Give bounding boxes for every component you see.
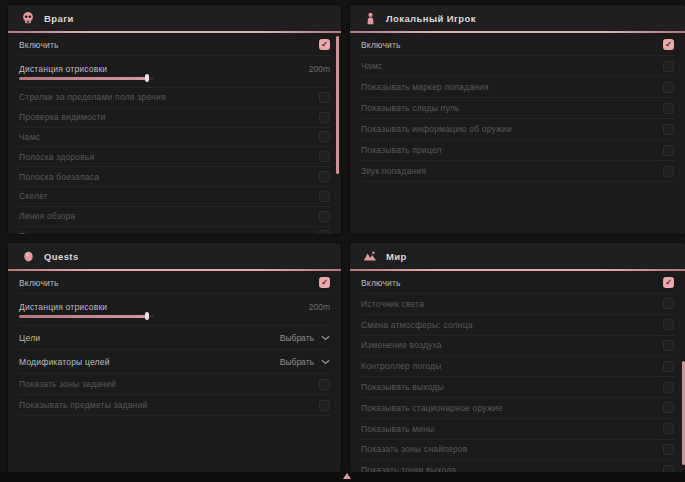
toggle-row: Полоска боезапаса: [19, 167, 330, 187]
toggle-label: Звук попадания: [361, 166, 426, 176]
scroll-up-arrow-icon[interactable]: [343, 473, 351, 479]
toggle-label: Включить: [19, 278, 59, 288]
checkbox[interactable]: [663, 82, 674, 93]
checkbox[interactable]: [319, 92, 330, 103]
slider-handle[interactable]: [145, 312, 149, 320]
toggle-row: Источник света: [361, 294, 674, 315]
toggle-label: Показывать прицел: [361, 145, 442, 155]
checkbox[interactable]: [319, 230, 330, 234]
toggle-label: Полоска боезапаса: [19, 172, 99, 182]
toggle-label: Показывать мины: [361, 424, 434, 434]
checkbox[interactable]: [319, 211, 330, 222]
checkbox[interactable]: ✓: [319, 39, 330, 50]
toggle-label: Скелет: [19, 191, 48, 201]
checkbox[interactable]: [319, 400, 330, 411]
panel-title: Quests: [44, 251, 79, 262]
select-value: Выбрать: [280, 333, 314, 343]
toggle-label: Проверка видимости: [19, 112, 105, 122]
checkbox[interactable]: [319, 131, 330, 142]
checkbox[interactable]: [663, 103, 674, 114]
toggle-row: Скелет: [19, 187, 330, 207]
checkbox[interactable]: [663, 444, 674, 455]
quests-icon: [21, 249, 35, 263]
checkbox[interactable]: [663, 382, 674, 393]
scrollbar[interactable]: [336, 36, 339, 174]
toggle-label: Показывать стационарное оружие: [361, 403, 503, 413]
toggle-row: Смена атмосферы: солнца: [361, 315, 674, 336]
checkbox[interactable]: ✓: [663, 277, 674, 288]
toggle-label: Смена атмосферы: солнца: [361, 320, 473, 330]
checkbox[interactable]: [663, 166, 674, 177]
toggle-row: Стрелки за пределами поля зрения: [19, 88, 330, 108]
toggle-row: Проверка видимости: [19, 108, 330, 128]
checkbox[interactable]: [663, 361, 674, 372]
checkbox[interactable]: [319, 112, 330, 123]
toggle-label: Контроллер погоды: [361, 361, 442, 371]
toggle-row: Показать зоны заданий: [19, 374, 330, 395]
toggle-row: Включить✓: [361, 272, 674, 294]
distance-slider[interactable]: [19, 77, 154, 80]
checkbox[interactable]: ✓: [663, 39, 674, 50]
toggle-row: Полоска здоровья: [19, 147, 330, 167]
checkbox[interactable]: ✓: [319, 277, 330, 288]
panel-enemies-header[interactable]: Враги: [8, 5, 341, 31]
toggle-row: Изменение воздуха: [361, 336, 674, 357]
toggle-row: Показывать выходы: [361, 377, 674, 398]
select-row: ЦелиВыбрать: [19, 326, 330, 350]
toggle-row: Показывать следы пуль: [361, 98, 674, 119]
panel-enemies: Враги Включить✓Дистанция отрисовки200mСт…: [8, 5, 341, 234]
toggle-label: Показать точки выхода: [361, 465, 456, 472]
panel-quests-header[interactable]: Quests: [8, 243, 341, 269]
checkbox[interactable]: [319, 379, 330, 390]
checkbox[interactable]: [319, 191, 330, 202]
checkbox[interactable]: [663, 340, 674, 351]
checkbox[interactable]: [663, 319, 674, 330]
distance-slider[interactable]: [19, 315, 154, 318]
toggle-row: Контроллер погоды: [361, 356, 674, 377]
toggle-row: Включить✓: [19, 34, 330, 56]
toggle-row: Показывать прицел: [361, 140, 674, 161]
targets-select[interactable]: Выбрать: [280, 333, 330, 343]
target-modifiers-select[interactable]: Выбрать: [280, 357, 330, 367]
checkbox[interactable]: [319, 151, 330, 162]
toggle-row: Звук попадания: [361, 161, 674, 182]
panel-title: Мир: [386, 251, 407, 262]
slider-fill: [19, 315, 147, 318]
checkbox[interactable]: [663, 124, 674, 135]
checkbox[interactable]: [663, 465, 674, 472]
panel-title: Враги: [44, 13, 74, 24]
toggle-row: Чамс: [19, 128, 330, 148]
panel-quests: Quests Включить✓Дистанция отрисовки200mЦ…: [8, 243, 341, 472]
toggle-row: Показывать мины: [361, 419, 674, 440]
cheat-menu-grid: Враги Включить✓Дистанция отрисовки200mСт…: [8, 5, 685, 472]
panel-local-player-header[interactable]: Локальный Игрок: [350, 5, 685, 31]
toggle-label: Стрелки за пределами поля зрения: [19, 92, 166, 102]
checkbox[interactable]: [663, 61, 674, 72]
slider-label: Дистанция отрисовки: [19, 64, 107, 74]
checkbox[interactable]: [663, 145, 674, 156]
select-row: Модификаторы целейВыбрать: [19, 350, 330, 374]
toggle-row: Показывать информацию об оружии: [361, 119, 674, 140]
toggle-label: Показывать следы пуль: [361, 103, 459, 113]
checkbox[interactable]: [663, 402, 674, 413]
toggle-row: Показать зоны снайперов: [361, 440, 674, 461]
chevron-down-icon: [321, 335, 330, 341]
panel-world-header[interactable]: Мир: [350, 243, 685, 269]
player-icon: [363, 11, 377, 25]
slider-handle[interactable]: [145, 74, 149, 82]
slider-label: Дистанция отрисовки: [19, 302, 107, 312]
checkmark-icon: ✓: [665, 40, 672, 48]
checkbox[interactable]: [319, 171, 330, 182]
toggle-label: Показывать информацию об оружии: [361, 124, 512, 134]
checkbox[interactable]: [663, 298, 674, 309]
checkbox[interactable]: [663, 423, 674, 434]
toggle-row: Включить✓: [361, 34, 674, 56]
world-icon: [363, 249, 377, 263]
toggle-label: Полоска здоровья: [19, 152, 94, 162]
slider-value: 200m: [309, 64, 330, 74]
toggle-label: Включить: [361, 40, 401, 50]
slider-value: 200m: [309, 302, 330, 312]
slider-fill: [19, 77, 147, 80]
toggle-label: Показать зоны заданий: [19, 379, 116, 389]
select-value: Выбрать: [280, 357, 314, 367]
